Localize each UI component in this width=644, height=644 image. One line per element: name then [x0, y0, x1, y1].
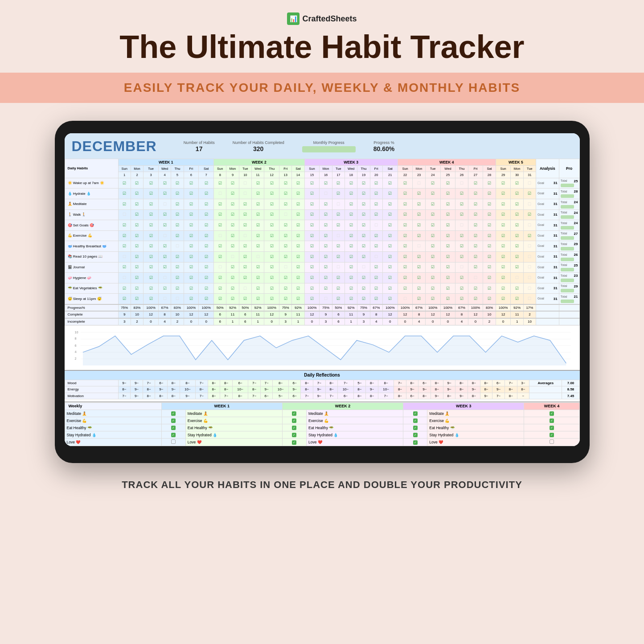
habit-name-10: 🥗 Eat Vegetables 🥗: [65, 283, 118, 294]
habit-9-day-14: ☑: [292, 273, 304, 283]
habit-1-goal: Goal31: [536, 189, 559, 199]
d9: 9: [226, 172, 239, 178]
habit-5-day-21: ☑: [382, 230, 398, 241]
habit-name-6: 🥣 Healthy Breakfast 🥣: [65, 241, 118, 252]
weekly-w1-check-3: ✓: [161, 431, 185, 439]
d16: 16: [320, 172, 332, 178]
habit-5-day-18: ☑: [345, 230, 357, 241]
svg-text:8: 8: [74, 337, 76, 340]
habit-1-day-15: ☑: [304, 189, 320, 199]
habit-2-day-7: ☑: [199, 199, 214, 209]
habit-2-day-30: ☑: [511, 199, 523, 209]
habit-0-day-19: ☑: [357, 178, 370, 189]
w4-sat: Sat: [483, 165, 496, 172]
habit-7-day-17: ☑: [332, 251, 345, 262]
habit-11-goal: Goal31: [536, 294, 559, 304]
habit-1-day-13: ☑: [279, 189, 292, 199]
habit-8-day-20: ☑: [370, 262, 382, 273]
weekly-habit-row: Exercise 💪✓Exercise 💪✓Exercise 💪✓Exercis…: [65, 417, 579, 424]
w1-wed: Wed: [158, 165, 171, 172]
d31: 31: [523, 172, 536, 178]
habit-3-day-10: ☑: [239, 209, 251, 220]
habit-11-day-25: ☑: [440, 294, 455, 304]
habit-5-day-14: ☑: [292, 230, 304, 241]
habit-0-day-27: ☑: [468, 178, 483, 189]
habit-7-day-1: ☐: [118, 251, 131, 262]
habit-3-day-21: ☑: [382, 209, 398, 220]
habit-8-day-28: ☑: [483, 262, 496, 273]
habit-11-day-8: ☑: [214, 294, 226, 304]
habit-4-day-5: ☑: [171, 220, 184, 231]
habit-8-day-1: ☑: [118, 262, 131, 273]
weekly-week4-header: WEEK 4: [524, 403, 579, 410]
habit-4-goal: Goal31: [536, 220, 559, 231]
habit-5-day-22: ☑: [398, 230, 413, 241]
habit-9-day-25: ☑: [440, 273, 455, 283]
habit-10-day-13: ☑: [279, 283, 292, 294]
d14: 14: [292, 172, 304, 178]
d18: 18: [345, 172, 357, 178]
weekly-habit-row: Meditate 🧘✓Meditate 🧘✓Meditate 🧘✓Meditat…: [65, 410, 579, 417]
habit-7-day-15: ☑: [304, 251, 320, 262]
habit-11-day-27: ☑: [468, 294, 483, 304]
habit-9-day-8: ☑: [214, 273, 226, 283]
habit-0-day-7: ☑: [199, 178, 214, 189]
habit-3-goal: Goal31: [536, 209, 559, 220]
habit-10-day-29: ☑: [496, 283, 511, 294]
habit-10-day-6: ☑: [184, 283, 199, 294]
stat-num-habits: Number of Habits 17: [184, 140, 215, 153]
habit-row: 📚 Read 10 pages 📖☐☑☑☑☑☑☑☑☐☑☐☑☑☑☑☑☑☑☑☐☑☑☑…: [65, 251, 579, 262]
habit-8-day-26: ☐: [455, 262, 468, 273]
month-title: DECEMBER: [72, 138, 157, 155]
prog-d16: 75%: [320, 304, 332, 312]
habit-3-day-9: ☑: [226, 209, 239, 220]
habit-8-day-9: ☑: [226, 262, 239, 273]
habit-6-day-4: ☑: [158, 241, 171, 252]
week1-header: WEEK 1: [118, 159, 214, 165]
prog-d27: 100%: [468, 304, 483, 312]
habit-9-day-26: ☑: [455, 273, 468, 283]
prog-d1: 75%: [118, 304, 131, 312]
habit-5-day-13: ☑: [279, 230, 292, 241]
weekly-week1-header: WEEK 1: [161, 403, 282, 410]
habit-1-day-7: ☑: [199, 189, 214, 199]
habit-7-total: Total26: [559, 251, 579, 262]
d12: 12: [264, 172, 279, 178]
weekly-habit-row: Love ❤️Love ❤️✓Love ❤️✓Love ❤️: [65, 439, 579, 446]
habit-2-day-11: ☑: [251, 199, 264, 209]
habit-table-wrapper: Daily Habits WEEK 1 WEEK 2 WEEK 3 WEEK 4…: [65, 159, 580, 325]
habit-2-day-5: ☑: [171, 199, 184, 209]
habit-11-day-29: ☑: [496, 294, 511, 304]
habit-7-day-23: ☑: [413, 251, 425, 262]
habit-3-day-31: ☑: [523, 209, 536, 220]
weekly-w3-check-4: ✓: [403, 439, 427, 446]
habit-1-day-27: ☑: [468, 189, 483, 199]
habit-6-day-12: ☑: [264, 241, 279, 252]
habit-9-day-9: ☑: [226, 273, 239, 283]
habit-0-day-28: ☑: [483, 178, 496, 189]
habit-9-day-28: ☑: [483, 273, 496, 283]
brand-header: 📊 CraftedSheets: [287, 12, 357, 25]
w5-tue: Tue: [523, 165, 536, 172]
habit-11-day-14: ☑: [292, 294, 304, 304]
habit-0-day-16: ☑: [320, 178, 332, 189]
habit-0-day-29: ☑: [496, 178, 511, 189]
d4: 4: [158, 172, 171, 178]
habit-5-day-9: ☑: [226, 230, 239, 241]
habit-0-day-22: ☑: [398, 178, 413, 189]
habit-8-day-19: ☐: [357, 262, 370, 273]
reflections-title: Daily Reflections: [304, 373, 340, 377]
habit-row: 💧 Hydrate 💧☑☑☑☑☑☑☑☐☑☐☑☑☑☑☑☐☑☑☑☑☑☑☑☑☑☑☑☑☑…: [65, 189, 579, 199]
habit-5-day-6: ☑: [184, 230, 199, 241]
habit-10-day-25: ☑: [440, 283, 455, 294]
w2-wed: Wed: [251, 165, 264, 172]
progress-pct-value: 80.60%: [373, 145, 394, 153]
habit-4-day-12: ☑: [264, 220, 279, 231]
prog-analysis: [536, 304, 559, 312]
stat-completed: Number of Habits Completed 320: [233, 140, 284, 153]
prog-d24: 100%: [425, 304, 440, 312]
habit-8-day-16: ☑: [320, 262, 332, 273]
habit-4-day-25: ☑: [440, 220, 455, 231]
brand-name: CraftedSheets: [302, 14, 357, 24]
habit-row: 🚶 Walk 🚶☐☑☑☑☑☑☑☑☑☑☑☑☐☑☑☑☑☑☑☑☑☑☑☑☑☑☑☑☑☑☑G…: [65, 209, 579, 220]
